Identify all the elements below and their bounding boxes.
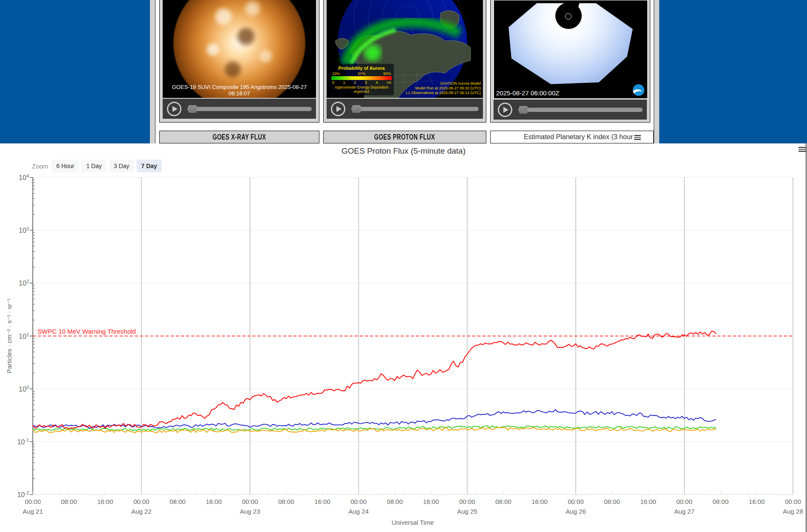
x-tick-label: 00:00 bbox=[126, 498, 156, 505]
xray-flux-panel-header: GOES X-RAY FLUX bbox=[159, 131, 319, 143]
seek-slider-thumb[interactable] bbox=[519, 106, 528, 114]
sun-texture bbox=[173, 0, 305, 98]
x-tick-label: 08:00 bbox=[271, 498, 301, 505]
play-button[interactable] bbox=[167, 102, 181, 116]
seek-slider[interactable] bbox=[518, 108, 643, 112]
x-tick-label: 16:00 bbox=[90, 498, 120, 505]
x-tick-label: 08:00 bbox=[54, 498, 84, 505]
scale-0: 0 bbox=[332, 80, 334, 85]
aurora-legend-title: Probability of Aurora bbox=[331, 66, 392, 71]
caption-line2: ergs/cm2 bbox=[331, 89, 392, 94]
aurora-legend: Probability of Aurora 10% 50% 90% 0 1 2 … bbox=[329, 64, 394, 95]
coronagraph-timestamp: 2025-08-27 06:00:00Z bbox=[496, 89, 559, 97]
seek-slider[interactable] bbox=[187, 107, 312, 111]
aurora-legend-caption: Approximate Energy Deposition ergs/cm2 bbox=[331, 85, 392, 94]
top-banner-section: GOES-19 SUVI Composite 195 Angstroms 202… bbox=[0, 0, 807, 143]
aurora-legend-gradient bbox=[331, 76, 392, 80]
y-tick-label: 103 bbox=[3, 226, 29, 235]
y-tick-label: 104 bbox=[3, 173, 29, 182]
x-axis-title: Universal Time bbox=[264, 519, 562, 526]
y-tick-label: 101 bbox=[3, 332, 29, 340]
x-tick-label: 00:00 bbox=[778, 498, 807, 505]
k-index-panel-header: Estimated Planetary K index (3 hour bbox=[490, 131, 654, 143]
x-date-label: Aug 23 bbox=[235, 508, 265, 515]
scale-1: 1 bbox=[343, 80, 345, 85]
pct-50: 50% bbox=[358, 72, 365, 76]
x-tick-label: 08:00 bbox=[706, 498, 735, 505]
aurora-model-credit: OVATION Aurora Model Model Run at 2025-0… bbox=[406, 81, 481, 95]
k-index-menu-icon[interactable] bbox=[634, 135, 641, 140]
x-tick-label: 00:00 bbox=[669, 498, 699, 505]
pct-10: 10% bbox=[332, 72, 340, 76]
scale-2: 2 bbox=[354, 80, 356, 85]
plot-area bbox=[0, 143, 807, 532]
x-tick-label: 00:00 bbox=[344, 498, 373, 505]
x-tick-label: 00:00 bbox=[452, 498, 482, 505]
x-tick-label: 00:00 bbox=[235, 498, 265, 505]
ovation-panel: Probability of Aurora 10% 50% 90% 0 1 2 … bbox=[323, 0, 486, 123]
coronagraph-player-bar bbox=[494, 100, 647, 120]
x-date-label: Aug 25 bbox=[452, 508, 482, 515]
x-tick-label: 16:00 bbox=[199, 498, 229, 505]
threshold-label: SWPC 10 MeV Warning Threshold bbox=[37, 328, 136, 335]
y-tick-label: 102 bbox=[3, 279, 29, 287]
x-tick-label: 08:00 bbox=[380, 498, 410, 505]
proton-flux-panel-header: GOES PROTON FLUX bbox=[323, 131, 486, 143]
proton-flux-green bbox=[33, 426, 716, 430]
proton-flux-chart: GOES Proton Flux (5-minute data) Zoom 6 … bbox=[0, 143, 807, 532]
credit-line3: L1 Observations at 2025-08-27 06:13 (UTC… bbox=[406, 91, 481, 95]
x-date-label: Aug 27 bbox=[669, 508, 699, 515]
partial-panel-edge-right bbox=[654, 0, 659, 143]
aurora-legend-scale: 0 1 2 3 4 >4 bbox=[332, 80, 391, 85]
aurora-legend-percents: 10% 50% 90% bbox=[332, 72, 391, 76]
scale-5: >4 bbox=[387, 80, 391, 85]
partial-panel-edge-left bbox=[150, 0, 155, 143]
suvi-player-bar bbox=[163, 99, 316, 119]
x-tick-label: 08:00 bbox=[163, 498, 192, 505]
coronagraph-panel: 2025-08-27 06:00:00Z bbox=[490, 0, 650, 123]
coronagraph-image: 2025-08-27 06:00:00Z bbox=[494, 0, 648, 99]
xray-flux-title: GOES X-RAY FLUX bbox=[213, 132, 266, 142]
credit-line2: Model Run at 2025-08-27 06:20 (UTC) bbox=[406, 86, 481, 91]
x-tick-label: 08:00 bbox=[488, 498, 518, 505]
x-date-label: Aug 26 bbox=[561, 508, 591, 515]
credit-line1: OVATION Aurora Model bbox=[406, 81, 481, 86]
noaa-logo bbox=[633, 84, 644, 96]
suvi-panel: GOES-19 SUVI Composite 195 Angstroms 202… bbox=[159, 0, 319, 123]
pct-90: 90% bbox=[383, 72, 391, 76]
seek-slider-thumb[interactable] bbox=[188, 105, 197, 113]
x-date-label: Aug 24 bbox=[344, 508, 373, 515]
play-button[interactable] bbox=[498, 103, 512, 117]
x-tick-label: 16:00 bbox=[416, 498, 446, 505]
x-date-label: Aug 22 bbox=[126, 508, 156, 515]
x-tick-label: 00:00 bbox=[561, 498, 591, 505]
proton-flux-title: GOES PROTON FLUX bbox=[374, 132, 435, 142]
caption-line1: Approximate Energy Deposition bbox=[331, 85, 392, 89]
seek-slider[interactable] bbox=[351, 107, 479, 111]
ovation-player-bar bbox=[327, 99, 483, 119]
suvi-sun-image: GOES-19 SUVI Composite 195 Angstroms 202… bbox=[163, 0, 316, 98]
y-tick-label: 100 bbox=[3, 385, 29, 393]
x-tick-label: 08:00 bbox=[597, 498, 627, 505]
x-tick-label: 16:00 bbox=[307, 498, 337, 505]
x-tick-label: 16:00 bbox=[742, 498, 772, 505]
ovation-aurora-map: Probability of Aurora 10% 50% 90% 0 1 2 … bbox=[327, 0, 483, 98]
scale-3: 3 bbox=[365, 80, 367, 85]
play-button[interactable] bbox=[331, 102, 345, 116]
x-tick-label: 16:00 bbox=[633, 498, 663, 505]
suvi-caption: GOES-19 SUVI Composite 195 Angstroms 202… bbox=[163, 84, 316, 97]
x-date-label: Aug 28 bbox=[778, 508, 807, 515]
k-index-title: Estimated Planetary K index (3 hour bbox=[524, 133, 633, 141]
x-tick-label: 16:00 bbox=[525, 498, 554, 505]
seek-slider-thumb[interactable] bbox=[352, 105, 361, 113]
x-date-label: Aug 21 bbox=[18, 508, 48, 515]
y-tick-label: 10-1 bbox=[3, 438, 29, 446]
x-tick-label: 00:00 bbox=[18, 498, 48, 505]
scale-4: 4 bbox=[376, 80, 378, 85]
